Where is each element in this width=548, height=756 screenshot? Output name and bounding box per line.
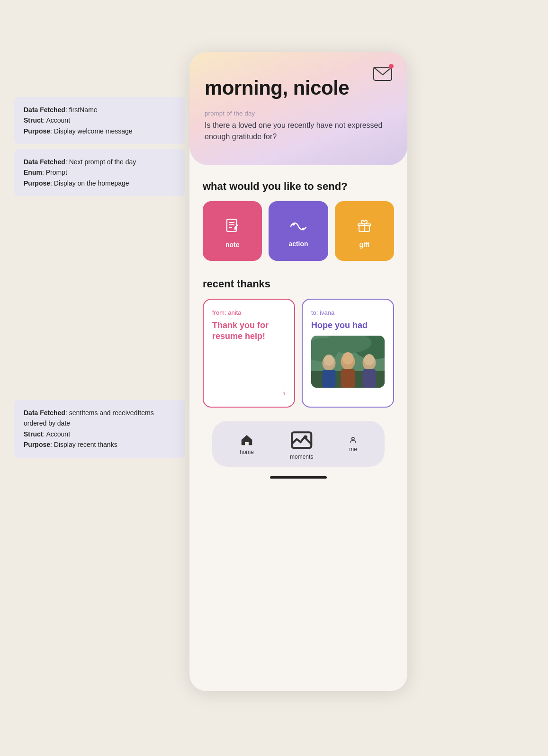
svg-point-6 <box>292 223 295 225</box>
chevron-right-icon: › <box>283 388 286 398</box>
svg-point-23 <box>364 354 375 365</box>
annotation-label: Struct <box>24 430 43 438</box>
home-nav-label: home <box>240 449 254 455</box>
svg-rect-22 <box>363 369 376 388</box>
annotation-label: Purpose <box>24 441 50 448</box>
send-note-button[interactable]: note <box>203 201 262 260</box>
mail-button[interactable] <box>373 65 392 84</box>
annotation-value: : Display welcome message <box>50 127 133 135</box>
action-label: action <box>288 240 308 248</box>
annotation-value: : Display recent thanks <box>50 441 117 448</box>
note-label: note <box>225 241 240 249</box>
greeting-text: morning, nicole <box>205 77 392 99</box>
annotation-label: Data Fetched <box>24 106 65 114</box>
annotation-value: : Prompt <box>42 169 67 176</box>
me-nav-label: me <box>349 446 357 453</box>
thanks-message: Thank you for resume help! <box>212 320 286 342</box>
annotation-box-3: Data Fetched: sentItems and receivedItem… <box>14 400 185 458</box>
annotation-label: Purpose <box>24 127 50 135</box>
annotation-box-2: Data Fetched: Next prompt of the day Enu… <box>14 149 185 196</box>
prompt-label: prompt of the day <box>205 110 392 117</box>
svg-point-27 <box>352 437 355 440</box>
thanks-card-sent[interactable]: to: ivana Hope you had <box>302 299 394 408</box>
send-gift-button[interactable]: gift <box>335 201 394 260</box>
nav-home[interactable]: home <box>240 433 254 455</box>
annotation-value: : Account <box>43 430 70 438</box>
note-icon <box>225 218 240 236</box>
home-indicator <box>270 476 327 479</box>
nav-moments[interactable]: moments <box>290 428 313 460</box>
moments-nav-label: moments <box>290 454 313 460</box>
action-icon <box>290 219 307 235</box>
home-icon <box>240 433 254 447</box>
prompt-text: Is there a loved one you recently have n… <box>205 120 392 142</box>
gift-label: gift <box>359 241 369 249</box>
svg-rect-24 <box>245 442 249 445</box>
app-container: morning, nicole prompt of the day Is the… <box>189 52 407 691</box>
moments-icon <box>290 428 313 452</box>
nav-me[interactable]: me <box>349 436 357 453</box>
svg-rect-19 <box>341 369 355 388</box>
svg-point-20 <box>342 352 354 365</box>
annotation-value: : Next prompt of the day <box>65 158 136 166</box>
header-area: morning, nicole prompt of the day Is the… <box>189 52 407 165</box>
notification-dot <box>389 64 394 69</box>
annotation-label: Struct <box>24 116 43 124</box>
main-content: what would you like to send? note <box>189 165 407 493</box>
thanks-cards: from: anita Thank you for resume help! ›… <box>203 299 394 408</box>
svg-point-5 <box>302 228 304 230</box>
send-action-button[interactable]: action <box>269 201 328 260</box>
thanks-card-received[interactable]: from: anita Thank you for resume help! › <box>203 299 295 408</box>
annotation-value: : Account <box>43 116 70 124</box>
annotation-label: Data Fetched <box>24 158 65 166</box>
bottom-nav: home moments me <box>212 421 385 467</box>
annotation-label: Enum <box>24 169 42 176</box>
thanks-from-label: from: anita <box>212 309 286 316</box>
annotation-label: Data Fetched <box>24 409 65 417</box>
recent-thanks-title: recent thanks <box>203 278 394 290</box>
svg-rect-16 <box>323 370 336 388</box>
send-options: note action <box>203 201 394 260</box>
svg-point-26 <box>304 435 307 439</box>
send-section-title: what would you like to send? <box>203 180 394 193</box>
me-icon <box>349 436 357 444</box>
annotation-label: Purpose <box>24 179 50 187</box>
annotation-box-1: Data Fetched: firstName Struct: Account … <box>14 97 185 144</box>
thanks-message-sent: Hope you had <box>311 320 385 331</box>
thanks-to-label: to: ivana <box>311 309 385 316</box>
annotation-value: : firstName <box>65 106 98 114</box>
thanks-photo <box>311 336 385 388</box>
svg-point-17 <box>324 355 334 366</box>
gift-icon <box>357 218 372 236</box>
annotation-value: : Display on the homepage <box>50 179 129 187</box>
